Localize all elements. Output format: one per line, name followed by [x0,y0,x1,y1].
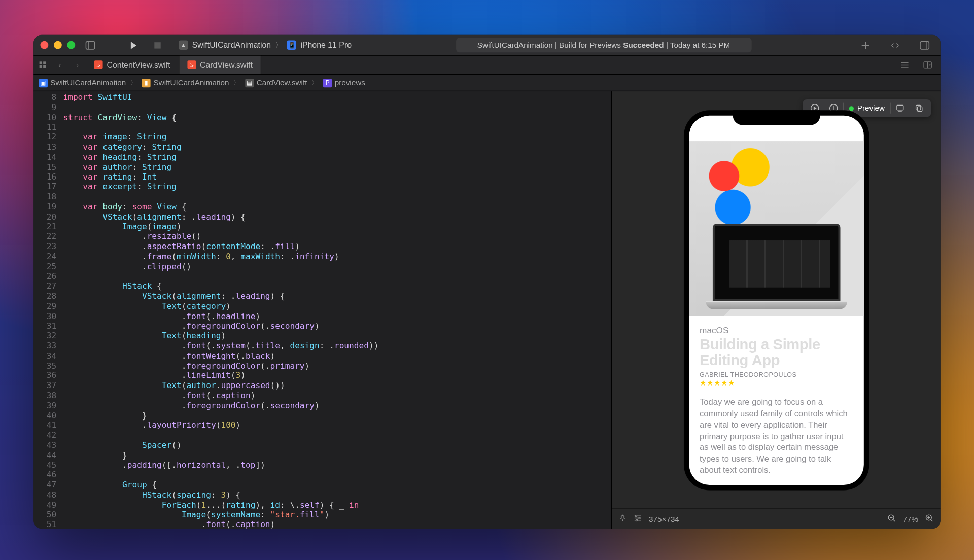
status-text-suffix: | Today at 6:15 PM [666,41,730,49]
device-frame: macOS Building a Simple Editing App GABR… [683,110,868,489]
swift-file-icon [94,60,102,69]
svg-line-32 [893,520,895,521]
code-editor[interactable]: 8910111213141516171819202122232425262728… [33,91,611,529]
card-category: macOS [700,325,853,335]
library-button[interactable] [856,38,875,52]
code-content[interactable]: import SwiftUI struct CardView: View { v… [63,91,378,529]
svg-rect-7 [39,61,42,64]
scheme-project: SwiftUICardAnimation [192,40,271,50]
device-icon: 📱 [287,40,297,50]
svg-rect-2 [154,42,160,48]
svg-rect-21 [897,105,903,110]
svg-point-28 [635,515,637,517]
svg-point-30 [636,519,638,521]
scheme-device: iPhone 11 Pro [300,40,352,50]
duplicate-preview-button[interactable] [910,99,928,117]
related-items-icon[interactable] [33,56,51,74]
swift-file-icon [187,60,196,69]
svg-rect-24 [918,107,922,111]
breadcrumb-project[interactable]: SwiftUICardAnimation [50,79,126,87]
card-author: GABRIEL THEODOROPOULOS [700,371,853,378]
tab-contentview[interactable]: ContentView.swift [86,56,179,74]
breadcrumb-folder[interactable]: SwiftUICardAnimation [154,79,229,87]
app-icon: ▲ [179,40,188,50]
tab-cardview[interactable]: CardView.swift [179,56,261,74]
card-heading: Building a Simple Editing App [700,336,853,369]
pin-icon[interactable] [619,514,627,524]
settings-icon[interactable] [634,514,642,524]
status-dot-icon [849,106,854,111]
editor-options-icon[interactable] [896,56,913,74]
zoom-out-button[interactable] [887,514,896,524]
device-notch [733,110,820,124]
line-gutter: 8910111213141516171819202122232425262728… [33,91,63,529]
jump-bar[interactable]: ▣ SwiftUICardAnimation 〉 ▮ SwiftUICardAn… [33,75,941,91]
svg-point-29 [639,517,640,519]
card-image [689,141,863,315]
zoom-level[interactable]: 77% [903,515,918,523]
run-button[interactable] [124,38,143,52]
code-review-button[interactable] [885,38,904,52]
preview-label: Preview [857,104,885,112]
svg-rect-10 [43,65,45,68]
tab-label: ContentView.swift [107,60,170,70]
preview-canvas: i Preview [611,91,941,529]
card-rating-stars: ★★★★★ [700,379,853,388]
activity-status: SwiftUICardAnimation | Build for Preview… [456,38,752,52]
minimize-button[interactable] [54,41,62,49]
svg-line-35 [931,520,932,521]
svg-rect-0 [86,41,94,49]
zoom-in-button[interactable] [925,514,933,524]
symbol-icon: P [323,78,332,87]
tab-bar: ‹ › ContentView.swift CardView.swift [33,56,941,75]
zoom-button[interactable] [67,41,75,49]
svg-rect-23 [916,105,921,110]
xcode-window: ▲ SwiftUICardAnimation 〉 📱 iPhone 11 Pro… [33,35,941,529]
project-icon: ▣ [39,78,48,87]
close-button[interactable] [40,41,48,49]
file-icon: ▤ [245,78,254,87]
nav-forward-button[interactable]: › [68,56,86,74]
card-excerpt: Today we are going to focus on a commonl… [700,397,853,476]
preview-device-button[interactable] [891,99,910,117]
folder-icon: ▮ [142,78,151,87]
stop-button[interactable] [148,38,166,52]
window-controls [40,41,75,49]
svg-rect-5 [920,41,928,49]
svg-rect-9 [39,65,42,68]
canvas-footer: 375×734 77% [612,508,941,529]
nav-back-button[interactable]: ‹ [51,56,68,74]
add-editor-icon[interactable] [919,56,936,74]
tab-label: CardView.swift [200,60,253,70]
scheme-selector[interactable]: ▲ SwiftUICardAnimation 〉 📱 iPhone 11 Pro [179,39,352,51]
breadcrumb-file[interactable]: CardView.swift [257,79,307,87]
device-screen[interactable]: macOS Building a Simple Editing App GABR… [689,115,863,484]
toggle-navigator-icon[interactable] [81,38,99,52]
svg-rect-8 [43,61,45,64]
breadcrumb-symbol[interactable]: previews [335,79,365,87]
status-text-prefix: SwiftUICardAnimation | Build for Preview… [477,41,621,49]
status-text-bold: Succeeded [623,41,664,49]
canvas-dimensions: 375×734 [649,515,679,523]
toggle-inspectors-icon[interactable] [915,38,933,52]
titlebar: ▲ SwiftUICardAnimation 〉 📱 iPhone 11 Pro… [33,35,941,56]
